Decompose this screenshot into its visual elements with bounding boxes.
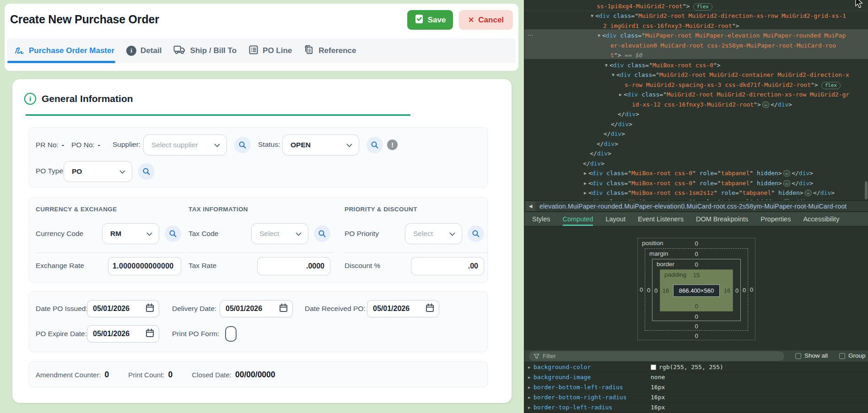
- priority-search-button[interactable]: [468, 225, 484, 242]
- date-received-po-input[interactable]: 05/01/2026: [367, 300, 439, 317]
- expand-arrow-icon[interactable]: ▶: [528, 375, 534, 380]
- tab-layout[interactable]: Layout: [605, 212, 625, 226]
- po-priority-select[interactable]: Select: [405, 223, 462, 244]
- calendar-icon[interactable]: [426, 303, 434, 314]
- status-search-button[interactable]: [367, 137, 383, 153]
- cancel-button[interactable]: ✕ Cancel: [459, 10, 513, 30]
- computed-property-row[interactable]: ▶ background-image none: [524, 372, 868, 382]
- cancel-button-label: Cancel: [478, 16, 504, 25]
- computed-property-row[interactable]: ▶ background-color rgb(255, 255, 255): [524, 362, 868, 372]
- tax-rate-input[interactable]: .0000: [257, 257, 330, 275]
- po-expire-date-label: PO Expire Date:: [36, 330, 87, 338]
- po-type-search-button[interactable]: [138, 163, 155, 180]
- save-doc-check-icon: [415, 14, 424, 26]
- code-line[interactable]: </div>: [611, 119, 632, 129]
- border-top: 0: [695, 261, 698, 268]
- code-line[interactable]: </div>: [583, 159, 604, 168]
- tab-po-line[interactable]: PO Line: [248, 45, 292, 57]
- code-line[interactable]: ▼<div class="MuiGrid2-root MuiGrid2-cont…: [612, 70, 849, 80]
- supplier-search-button[interactable]: [234, 137, 251, 153]
- breadcrumb-scroll-left-button[interactable]: ◀: [526, 201, 535, 211]
- delivery-date-value: 05/01/2026: [226, 305, 279, 313]
- calendar-icon[interactable]: [146, 328, 154, 339]
- po-no-label: PO No:: [71, 141, 95, 149]
- show-all-checkbox[interactable]: [795, 353, 801, 359]
- dates-fieldset: Date PO Issued: 05/01/2026 Delivery Date…: [29, 291, 488, 352]
- discount-value: .00: [468, 262, 478, 270]
- tax-search-button[interactable]: [314, 225, 330, 242]
- po-type-select[interactable]: PO: [64, 161, 132, 182]
- code-line[interactable]: ▶<div class="MuiBox-root css-1sm2s1z" ro…: [584, 188, 835, 198]
- code-line[interactable]: </div>: [618, 109, 639, 119]
- code-line[interactable]: ▼<div class="MuiGrid2-root MuiGrid2-dire…: [591, 11, 846, 21]
- scrollbar-thumb[interactable]: [865, 181, 868, 199]
- code-line[interactable]: ▶<div class="MuiGrid2-root MuiGrid2-dire…: [619, 90, 849, 99]
- currency-search-button[interactable]: [165, 225, 181, 242]
- print-count-value: 0: [168, 370, 173, 380]
- tab-styles[interactable]: Styles: [532, 212, 550, 226]
- border-left: 0: [654, 287, 658, 294]
- code-line-selected[interactable]: er-elevation0 MuiCard-root css-2s58ym-Mu…: [610, 41, 836, 50]
- status-select[interactable]: OPEN: [282, 134, 359, 156]
- po-type-label: PO Type:: [36, 167, 65, 175]
- tab-purchase-order-master[interactable]: Purchase Order Master: [14, 44, 114, 58]
- code-line[interactable]: id-xs-12 css-16fnxy3-MuiGrid2-root">…</d…: [632, 100, 792, 109]
- currency-code-select[interactable]: RM: [102, 223, 159, 244]
- calendar-icon[interactable]: [279, 303, 288, 314]
- code-line[interactable]: 2 imgGird1 css-16fnxy3-MuiGrid2-root">: [603, 21, 739, 31]
- box-model-diagram[interactable]: position 0 0 0 0 margin 0 0 0 0 border 0: [637, 238, 755, 340]
- computed-property-row[interactable]: ▶ border-bottom-right-radius 16px: [524, 392, 868, 402]
- tab-properties[interactable]: Properties: [760, 212, 791, 226]
- breadcrumb[interactable]: elevation.MuiPaper-rounded.MuiPaper-elev…: [539, 203, 846, 210]
- code-line[interactable]: s-row MuiGrid2-spacing-xs-3 css-dkd71f-M…: [625, 80, 841, 90]
- code-line[interactable]: ▼<div class="MuiBox-root css-0">: [605, 60, 721, 70]
- tax-rate-value: .0000: [306, 262, 324, 270]
- code-line-selected[interactable]: ▼<div class="MuiPaper-root MuiPaper-elev…: [598, 31, 846, 40]
- tab-ship-bill-to[interactable]: Ship / Bill To: [173, 45, 237, 57]
- margin-top: 0: [695, 251, 698, 257]
- tab-reference[interactable]: Reference: [304, 44, 356, 58]
- computed-property-row[interactable]: ▶ border-bottom-left-radius 16px: [524, 382, 868, 392]
- code-line[interactable]: </div>: [597, 139, 618, 149]
- print-po-form-checkbox[interactable]: [225, 326, 237, 342]
- discount-input[interactable]: .00: [411, 257, 484, 275]
- expand-arrow-icon[interactable]: ▶: [528, 385, 534, 390]
- expand-arrow-icon[interactable]: ▶: [528, 395, 534, 400]
- code-line[interactable]: ▶<div class="MuiBox-root css-0" role="ta…: [584, 168, 813, 178]
- chevron-down-icon: [119, 167, 125, 176]
- supplier-select[interactable]: Select supplier: [143, 134, 227, 156]
- padding-label: padding: [664, 271, 686, 278]
- delivery-date-input[interactable]: 05/01/2026: [220, 300, 293, 317]
- property-value: rgb(255, 255, 255): [659, 364, 723, 370]
- search-icon: [318, 230, 326, 238]
- code-line[interactable]: ▶<div class="MuiBox-root css-0" role="ta…: [584, 178, 813, 188]
- code-line[interactable]: ss-1pi8xg4-MuiGrid2-root">flex: [597, 1, 712, 11]
- calendar-icon[interactable]: [146, 303, 154, 314]
- tab-computed[interactable]: Computed: [563, 212, 593, 226]
- content-size: 866.400×560: [673, 284, 720, 297]
- code-line[interactable]: </div>: [604, 129, 625, 139]
- expand-arrow-icon[interactable]: ▶: [528, 405, 534, 410]
- property-name: background-image: [534, 374, 591, 381]
- print-count-label: Print Count:: [128, 371, 164, 379]
- code-line[interactable]: </div>: [590, 149, 611, 158]
- group-checkbox[interactable]: [839, 353, 845, 359]
- filter-input[interactable]: [529, 351, 784, 361]
- tab-dom-breakpoints[interactable]: DOM Breakpoints: [696, 212, 748, 226]
- save-button[interactable]: Save: [407, 10, 453, 30]
- chevron-down-icon: [449, 230, 455, 238]
- date-po-issued-input[interactable]: 05/01/2026: [87, 300, 159, 317]
- chevron-down-icon: [146, 230, 152, 238]
- code-line[interactable]: ▶<div class="MuiBox-root css-0" role="ta…: [584, 197, 813, 200]
- po-expire-date-input[interactable]: 05/01/2026: [87, 325, 159, 343]
- tab-event-listeners[interactable]: Event Listeners: [638, 212, 684, 226]
- tab-accessibility[interactable]: Accessibility: [803, 212, 839, 226]
- tab-detail[interactable]: i Detail: [126, 46, 162, 56]
- computed-property-row[interactable]: ▶ border-top-left-radius 16px: [524, 402, 868, 413]
- node-menu-dots[interactable]: …: [528, 30, 534, 37]
- active-tab-underline: [7, 61, 115, 63]
- tax-code-select[interactable]: Select: [251, 223, 308, 244]
- exchange-rate-input[interactable]: 1.0000000000000: [108, 257, 181, 275]
- expand-arrow-icon[interactable]: ▶: [528, 365, 534, 370]
- code-line-selected[interactable]: t"> == $0: [610, 50, 642, 60]
